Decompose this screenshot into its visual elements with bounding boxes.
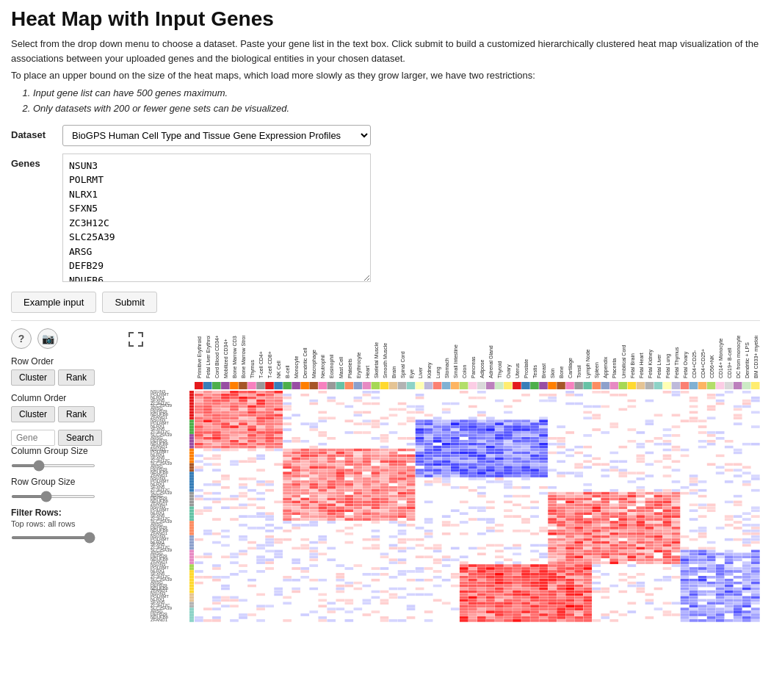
- gene-search-row: Search: [11, 430, 117, 446]
- heatmap-area: [125, 328, 760, 622]
- top-rows-label: Top rows: all rows: [11, 519, 117, 528]
- heatmap-canvas: [151, 336, 760, 622]
- expand-button[interactable]: [125, 328, 147, 350]
- dataset-control: BioGPS Human Cell Type and Tissue Gene E…: [62, 125, 760, 146]
- page-title: Heat Map with Input Genes: [11, 7, 760, 31]
- dataset-label: Dataset: [11, 125, 62, 140]
- row-order-group: Row Order Cluster Rank: [11, 356, 117, 386]
- help-icon[interactable]: ?: [11, 328, 32, 349]
- description-para1: Select from the drop down menu to choose…: [11, 37, 760, 65]
- search-button[interactable]: Search: [58, 430, 102, 446]
- genes-control: [62, 154, 760, 284]
- description-para2: To place an upper bound on the size of t…: [11, 68, 760, 83]
- dataset-row: Dataset BioGPS Human Cell Type and Tissu…: [11, 125, 760, 146]
- restriction-2: Only datasets with 200 or fewer gene set…: [33, 101, 760, 116]
- row-group-size-slider[interactable]: [11, 495, 95, 498]
- column-order-group: Column Order Cluster Rank: [11, 393, 117, 422]
- column-order-buttons: Cluster Rank: [11, 406, 117, 422]
- example-input-button[interactable]: Example input: [11, 292, 96, 313]
- row-order-buttons: Cluster Rank: [11, 369, 117, 386]
- camera-icon[interactable]: 📷: [37, 328, 58, 349]
- restriction-1: Input gene list can have 500 genes maxim…: [33, 86, 760, 101]
- row-rank-button[interactable]: Rank: [58, 369, 95, 386]
- col-rank-button[interactable]: Rank: [58, 406, 95, 422]
- icon-row: ? 📷: [11, 328, 117, 349]
- action-buttons: Example input Submit: [11, 292, 760, 313]
- column-order-label: Column Order: [11, 393, 117, 403]
- row-group-size-label: Row Group Size: [11, 477, 117, 487]
- form-section: Dataset BioGPS Human Cell Type and Tissu…: [11, 125, 760, 313]
- row-group-size-group: Row Group Size: [11, 477, 117, 500]
- column-group-size-label: Column Group Size: [11, 446, 117, 456]
- filter-rows-label: Filter Rows:: [11, 508, 117, 518]
- description-block: Select from the drop down menu to choose…: [11, 37, 760, 116]
- row-cluster-button[interactable]: Cluster: [11, 369, 55, 386]
- filter-rows-group: Filter Rows: Top rows: all rows: [11, 508, 117, 541]
- genes-label: Genes: [11, 154, 62, 169]
- dataset-select[interactable]: BioGPS Human Cell Type and Tissue Gene E…: [62, 125, 371, 146]
- genes-row: Genes: [11, 154, 760, 284]
- gene-search-input[interactable]: [11, 430, 55, 446]
- row-order-label: Row Order: [11, 356, 117, 367]
- lower-section: ? 📷 Row Order Cluster Rank Column Order …: [11, 320, 760, 622]
- expand-icon: [128, 331, 144, 347]
- column-group-size-slider[interactable]: [11, 464, 95, 467]
- filter-rows-slider[interactable]: [11, 536, 95, 539]
- column-group-size-group: Column Group Size: [11, 446, 117, 469]
- controls-panel: ? 📷 Row Order Cluster Rank Column Order …: [11, 328, 125, 622]
- submit-button[interactable]: Submit: [102, 292, 156, 313]
- genes-textarea[interactable]: [62, 154, 371, 282]
- col-cluster-button[interactable]: Cluster: [11, 406, 55, 422]
